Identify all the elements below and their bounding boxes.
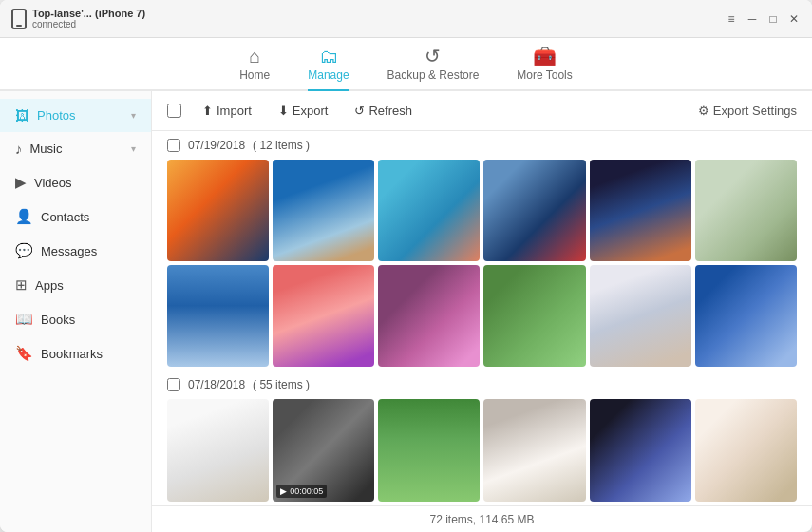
tab-tools[interactable]: 🧰 More Tools: [517, 47, 572, 91]
minimize-button[interactable]: ─: [746, 12, 759, 26]
tab-home-label: Home: [239, 68, 270, 82]
photo-cell[interactable]: [273, 160, 374, 261]
export-settings-button[interactable]: ⚙ Export Settings: [698, 104, 797, 118]
device-details: Top-lanse'... (iPhone 7) connected: [32, 8, 145, 29]
apps-icon: ⊞: [15, 276, 28, 294]
video-overlay: ▶ 00:00:05: [276, 484, 327, 498]
photo-cell[interactable]: [273, 265, 374, 367]
device-info: Top-lanse'... (iPhone 7) connected: [11, 8, 163, 29]
export-label: Export: [293, 104, 329, 118]
sidebar-item-messages[interactable]: 💬 Messages: [0, 234, 151, 268]
contacts-icon: 👤: [15, 208, 33, 225]
photo-cell[interactable]: [378, 399, 480, 501]
tab-home[interactable]: ⌂ Home: [239, 47, 270, 91]
sidebar-videos-label: Videos: [34, 176, 136, 190]
sidebar: 🖼 Photos ▾ ♪ Music ▾ ▶ Videos 👤 Contacts…: [0, 91, 152, 532]
photo-grid-1: [167, 160, 797, 367]
content-area: ⬆ Import ⬇ Export ↺ Refresh ⚙ Export Set…: [152, 91, 812, 532]
gear-icon: ⚙: [698, 104, 709, 118]
manage-icon: 🗂: [319, 47, 338, 66]
video-icon: ▶: [280, 486, 287, 496]
toolbar: ⬆ Import ⬇ Export ↺ Refresh ⚙ Export Set…: [152, 91, 812, 131]
photo-cell[interactable]: [695, 160, 797, 261]
refresh-icon: ↺: [354, 104, 365, 118]
photo-cell[interactable]: [167, 265, 269, 367]
date-1-checkbox[interactable]: [167, 139, 180, 152]
date-group-1: 07/19/2018 ( 12 items ): [167, 139, 797, 367]
import-button[interactable]: ⬆ Import: [191, 99, 263, 123]
sidebar-photos-label: Photos: [37, 108, 123, 123]
photos-arrow: ▾: [131, 110, 136, 121]
tab-backup[interactable]: ↺ Backup & Restore: [387, 47, 480, 91]
photo-cell[interactable]: [590, 399, 691, 501]
tab-manage[interactable]: 🗂 Manage: [308, 47, 349, 91]
photo-cell[interactable]: [695, 399, 797, 501]
photo-grid-2: ▶ 00:00:05: [167, 399, 797, 505]
photo-cell[interactable]: [378, 160, 480, 261]
device-status: connected: [32, 19, 145, 29]
video-duration: 00:00:05: [290, 486, 323, 496]
export-settings-label: Export Settings: [713, 104, 797, 118]
date-group-2: 07/18/2018 ( 55 items ) ▶ 00:00:05: [167, 378, 797, 505]
date-header-2: 07/18/2018 ( 55 items ): [167, 378, 797, 391]
sidebar-item-books[interactable]: 📖 Books: [0, 302, 151, 336]
maximize-button[interactable]: □: [766, 12, 780, 26]
tab-tools-label: More Tools: [517, 68, 572, 82]
select-all-checkbox[interactable]: [167, 104, 181, 118]
device-name: Top-lanse'... (iPhone 7): [32, 8, 145, 19]
photo-cell[interactable]: [483, 399, 585, 501]
export-button[interactable]: ⬇ Export: [267, 99, 340, 123]
date-1-count: ( 12 items ): [253, 139, 310, 152]
bookmarks-icon: 🔖: [15, 345, 33, 362]
sidebar-music-label: Music: [30, 142, 124, 156]
messages-icon: 💬: [15, 242, 33, 259]
status-text: 72 items, 114.65 MB: [429, 513, 534, 526]
photos-icon: 🖼: [15, 107, 29, 124]
title-bar: Top-lanse'... (iPhone 7) connected ≡ ─ □…: [0, 0, 812, 38]
sidebar-item-bookmarks[interactable]: 🔖 Bookmarks: [0, 336, 151, 370]
photo-cell[interactable]: [590, 265, 691, 367]
sidebar-item-music[interactable]: ♪ Music ▾: [0, 132, 151, 165]
sidebar-item-contacts[interactable]: 👤 Contacts: [0, 200, 151, 234]
photo-cell[interactable]: ▶ 00:00:05: [273, 399, 374, 501]
sidebar-bookmarks-label: Bookmarks: [41, 347, 136, 361]
export-icon: ⬇: [278, 104, 289, 118]
tools-icon: 🧰: [533, 47, 557, 66]
backup-icon: ↺: [425, 47, 441, 66]
import-icon: ⬆: [202, 104, 213, 118]
sidebar-item-photos[interactable]: 🖼 Photos ▾: [0, 99, 151, 132]
tab-backup-label: Backup & Restore: [387, 68, 480, 82]
menu-icon[interactable]: ≡: [725, 12, 738, 26]
app-window: Top-lanse'... (iPhone 7) connected ≡ ─ □…: [0, 0, 812, 532]
date-2-checkbox[interactable]: [167, 378, 180, 391]
sidebar-item-videos[interactable]: ▶ Videos: [0, 165, 151, 200]
close-button[interactable]: ✕: [787, 12, 801, 26]
date-2-label: 07/18/2018: [188, 378, 245, 391]
photo-scroll[interactable]: 07/19/2018 ( 12 items ): [152, 131, 812, 505]
music-icon: ♪: [15, 141, 23, 157]
refresh-label: Refresh: [368, 104, 412, 118]
status-bar: 72 items, 114.65 MB: [152, 505, 812, 532]
main-layout: 🖼 Photos ▾ ♪ Music ▾ ▶ Videos 👤 Contacts…: [0, 91, 812, 532]
tab-manage-label: Manage: [308, 68, 349, 82]
sidebar-messages-label: Messages: [41, 244, 136, 258]
refresh-button[interactable]: ↺ Refresh: [343, 99, 424, 123]
photo-cell[interactable]: [483, 265, 585, 367]
photo-cell[interactable]: [378, 265, 480, 367]
photo-cell[interactable]: [695, 265, 797, 367]
photo-cell[interactable]: [590, 160, 691, 261]
sidebar-contacts-label: Contacts: [41, 210, 136, 224]
videos-icon: ▶: [15, 174, 27, 191]
music-arrow: ▾: [131, 143, 136, 154]
date-1-label: 07/19/2018: [188, 139, 245, 152]
photo-cell[interactable]: [167, 399, 269, 501]
photo-cell[interactable]: [483, 160, 585, 261]
sidebar-books-label: Books: [41, 313, 136, 327]
sidebar-item-apps[interactable]: ⊞ Apps: [0, 268, 151, 302]
device-icon: [11, 9, 27, 29]
date-2-count: ( 55 items ): [253, 378, 310, 391]
nav-tabs: ⌂ Home 🗂 Manage ↺ Backup & Restore 🧰 Mor…: [0, 38, 812, 91]
import-label: Import: [217, 104, 252, 118]
photo-cell[interactable]: [167, 160, 269, 261]
date-header-1: 07/19/2018 ( 12 items ): [167, 139, 797, 152]
